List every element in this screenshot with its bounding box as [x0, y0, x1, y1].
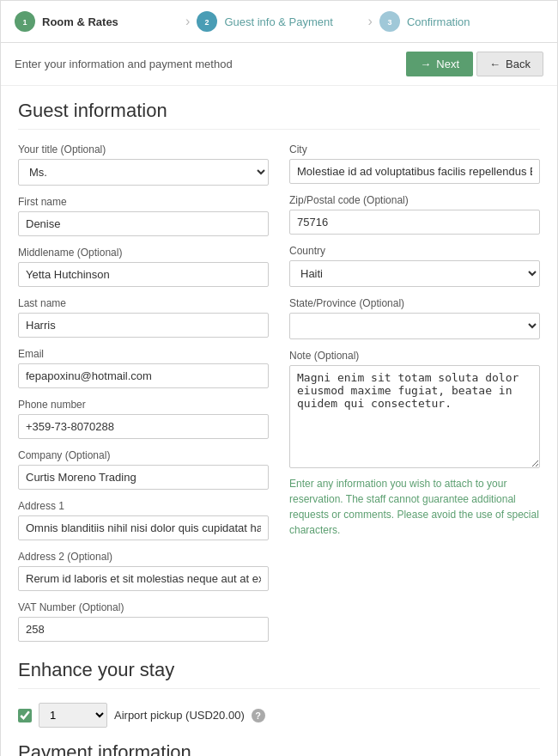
step-arrow-2: ›	[368, 14, 373, 29]
stepper: 1 Room & Rates › 2 Guest info & Payment …	[1, 1, 557, 43]
country-select[interactable]: Haiti USA Canada France Germany	[289, 260, 540, 287]
title-label: Your title (Optional)	[18, 143, 269, 155]
city-label: City	[289, 143, 540, 155]
last-name-label: Last name	[18, 297, 269, 309]
address1-label: Address 1	[18, 500, 269, 512]
address2-group: Address 2 (Optional)	[18, 551, 269, 591]
step-2: 2 Guest info & Payment	[197, 11, 361, 32]
first-name-group: First name	[18, 196, 269, 236]
svg-text:1: 1	[22, 18, 27, 27]
header-info-text: Enter your information and payment metho…	[15, 58, 233, 70]
vat-group: VAT Number (Optional)	[18, 601, 269, 642]
step-1-num: 1	[15, 11, 35, 32]
guest-info-form: Your title (Optional) Ms. Mr. Mrs. Dr. F…	[18, 143, 540, 652]
step-2-label: Guest info & Payment	[224, 15, 332, 28]
vat-label: VAT Number (Optional)	[18, 601, 269, 613]
header-btn-group: → Next ← Back	[406, 52, 543, 76]
last-name-input[interactable]	[18, 313, 269, 338]
address2-input[interactable]	[18, 566, 269, 591]
address1-input[interactable]	[18, 515, 269, 540]
zip-input[interactable]	[289, 210, 540, 235]
middle-name-label: Middlename (Optional)	[18, 247, 269, 259]
company-input[interactable]	[18, 465, 269, 490]
main-content: Guest information Your title (Optional) …	[1, 86, 557, 756]
phone-group: Phone number	[18, 399, 269, 439]
phone-input[interactable]	[18, 414, 269, 439]
header-next-button[interactable]: → Next	[406, 52, 473, 76]
payment-section: Payment information Pay Later ? Bank Wir…	[18, 741, 540, 756]
last-name-group: Last name	[18, 297, 269, 338]
enhance-help-icon[interactable]: ?	[252, 709, 265, 722]
enhance-quantity-select[interactable]: 1 2 3 4 5	[39, 703, 107, 728]
step-3-label: Confirmation	[407, 15, 470, 28]
company-label: Company (Optional)	[18, 449, 269, 461]
country-group: Country Haiti USA Canada France Germany	[289, 245, 540, 287]
enhance-checkbox[interactable]	[18, 709, 32, 722]
header-back-button[interactable]: ← Back	[476, 52, 543, 76]
state-label: State/Province (Optional)	[289, 297, 540, 309]
note-label: Note (Optional)	[289, 350, 540, 362]
phone-label: Phone number	[18, 399, 269, 411]
zip-label: Zip/Postal code (Optional)	[289, 194, 540, 206]
address2-label: Address 2 (Optional)	[18, 551, 269, 563]
enhance-section: Enhance your stay 1 2 3 4 5 Airport pick…	[18, 659, 540, 741]
step-3: 3 Confirmation	[379, 11, 543, 32]
city-input[interactable]	[289, 159, 540, 184]
note-group: Note (Optional) Magni enim sit totam sol…	[289, 350, 540, 538]
step-1-label: Room & Rates	[42, 15, 118, 28]
middle-name-input[interactable]	[18, 262, 269, 287]
address1-group: Address 1	[18, 500, 269, 540]
step-1: 1 Room & Rates	[15, 11, 179, 32]
email-label: Email	[18, 348, 269, 360]
enhance-row: 1 2 3 4 5 Airport pickup (USD20.00) ?	[18, 703, 540, 728]
email-group: Email	[18, 348, 269, 388]
title-group: Your title (Optional) Ms. Mr. Mrs. Dr.	[18, 143, 269, 186]
email-input[interactable]	[18, 363, 269, 388]
middle-name-group: Middlename (Optional)	[18, 247, 269, 287]
title-select[interactable]: Ms. Mr. Mrs. Dr.	[18, 159, 269, 186]
header-bar: Enter your information and payment metho…	[1, 43, 557, 86]
step-2-num: 2	[197, 11, 217, 32]
arrow-right-icon: →	[420, 58, 431, 70]
first-name-label: First name	[18, 196, 269, 208]
step-arrow-1: ›	[185, 14, 190, 29]
zip-group: Zip/Postal code (Optional)	[289, 194, 540, 235]
first-name-input[interactable]	[18, 211, 269, 236]
enhance-service-label: Airport pickup (USD20.00)	[114, 709, 245, 722]
guest-info-title: Guest information	[18, 100, 540, 130]
state-group: State/Province (Optional)	[289, 297, 540, 339]
arrow-left-icon: ←	[489, 58, 500, 70]
svg-text:2: 2	[205, 18, 209, 27]
country-label: Country	[289, 245, 540, 257]
vat-input[interactable]	[18, 617, 269, 642]
note-textarea[interactable]: Magni enim sit totam soluta dolor eiusmo…	[289, 365, 540, 468]
payment-title: Payment information	[18, 741, 540, 756]
note-hint: Enter any information you wish to attach…	[289, 476, 540, 538]
enhance-title: Enhance your stay	[18, 659, 540, 689]
step-3-num: 3	[379, 11, 400, 32]
state-select[interactable]	[289, 313, 540, 339]
svg-text:3: 3	[387, 18, 391, 27]
company-group: Company (Optional)	[18, 449, 269, 490]
city-group: City	[289, 143, 540, 184]
